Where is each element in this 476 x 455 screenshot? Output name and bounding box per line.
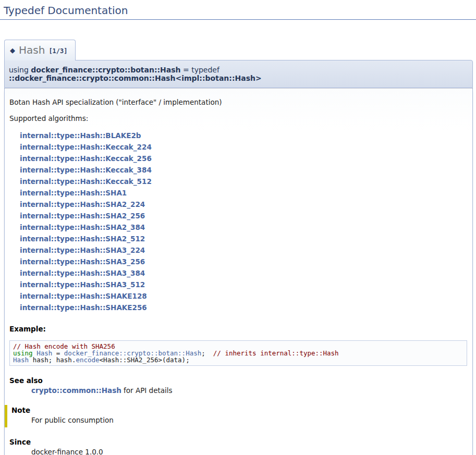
algorithm-link[interactable]: internal::type::Hash::Keccak_512 — [20, 176, 467, 187]
algorithm-link[interactable]: internal::type::Hash::Keccak_224 — [20, 141, 467, 153]
algorithm-link[interactable]: internal::type::Hash::SHA1 — [20, 187, 467, 199]
algorithm-link[interactable]: internal::type::Hash::Keccak_256 — [20, 153, 467, 164]
note-label: Note — [11, 406, 467, 414]
note-text: For public consumption — [31, 416, 467, 424]
note-section: Note For public consumption — [5, 405, 467, 427]
algorithm-link[interactable]: internal::type::Hash::SHA2_224 — [20, 199, 467, 210]
member-name: Hash — [19, 44, 45, 56]
code-fragment: // Hash encode with SHA256 using Hash = … — [9, 340, 467, 366]
algorithm-link[interactable]: internal::type::Hash::Keccak_384 — [20, 164, 467, 176]
algorithm-link[interactable]: internal::type::Hash::SHAKE256 — [20, 302, 467, 313]
algorithm-link[interactable]: internal::type::Hash::SHA2_512 — [20, 233, 467, 244]
code-text: <Hash::SHA2_256>(data); — [100, 356, 190, 364]
supported-algorithms-label: Supported algorithms: — [9, 114, 467, 122]
since-section: Since docker-finance 1.0.0 — [9, 438, 467, 455]
code-link-encode[interactable]: encode — [76, 356, 99, 364]
see-also-label: See also — [9, 376, 467, 385]
code-semicolon: ; — [201, 349, 213, 357]
example-label: Example: — [9, 325, 467, 333]
see-also-section: See also crypto::common::Hash for API de… — [9, 376, 467, 395]
since-text: docker-finance 1.0.0 — [31, 448, 467, 455]
proto-using-keyword: using — [9, 66, 31, 74]
member-item: ◆Hash[1/3] using docker_finance::crypto:… — [4, 40, 473, 455]
proto-target-type: ::docker_finance::crypto::common::Hash<i… — [9, 74, 262, 82]
algorithm-link[interactable]: internal::type::Hash::SHA3_512 — [20, 279, 467, 290]
see-also-content: crypto::common::Hash for API details — [31, 386, 467, 395]
algorithm-link[interactable]: internal::type::Hash::SHA2_256 — [20, 210, 467, 222]
code-line-3: Hash hash; hash.encode<Hash::SHA2_256>(d… — [13, 356, 463, 363]
see-also-text: for API details — [121, 386, 173, 395]
algorithm-link[interactable]: internal::type::Hash::SHA2_384 — [20, 222, 467, 233]
code-comment: // inherits internal::type::Hash — [213, 349, 339, 357]
since-label: Since — [9, 438, 467, 446]
algorithm-link[interactable]: internal::type::Hash::SHA3_256 — [20, 256, 467, 267]
algorithm-link[interactable]: internal::type::Hash::BLAKE2b — [20, 130, 467, 141]
algorithm-link[interactable]: internal::type::Hash::SHA3_224 — [20, 244, 467, 256]
algorithm-list: internal::type::Hash::BLAKE2binternal::t… — [20, 130, 467, 313]
permalink-diamond-icon[interactable]: ◆ — [10, 46, 15, 54]
algorithm-link[interactable]: internal::type::Hash::SHAKE128 — [20, 290, 467, 302]
see-also-link[interactable]: crypto::common::Hash — [31, 386, 121, 395]
proto-typedef-name: docker_finance::crypto::botan::Hash — [31, 66, 180, 74]
algorithm-link[interactable]: internal::type::Hash::SHA3_384 — [20, 267, 467, 279]
page-title: Typedef Documentation — [0, 3, 476, 20]
member-tab: ◆Hash[1/3] — [4, 40, 76, 60]
proto-equals: = typedef — [181, 66, 219, 74]
code-link-hash[interactable]: Hash — [13, 356, 29, 364]
brief-description: Botan Hash API specialization ("interfac… — [9, 98, 467, 106]
overload-badge: [1/3] — [48, 47, 67, 55]
code-text: hash; hash. — [29, 356, 76, 364]
member-prototype: using docker_finance::crypto::botan::Has… — [4, 60, 473, 88]
member-doc: Botan Hash API specialization ("interfac… — [4, 88, 473, 455]
